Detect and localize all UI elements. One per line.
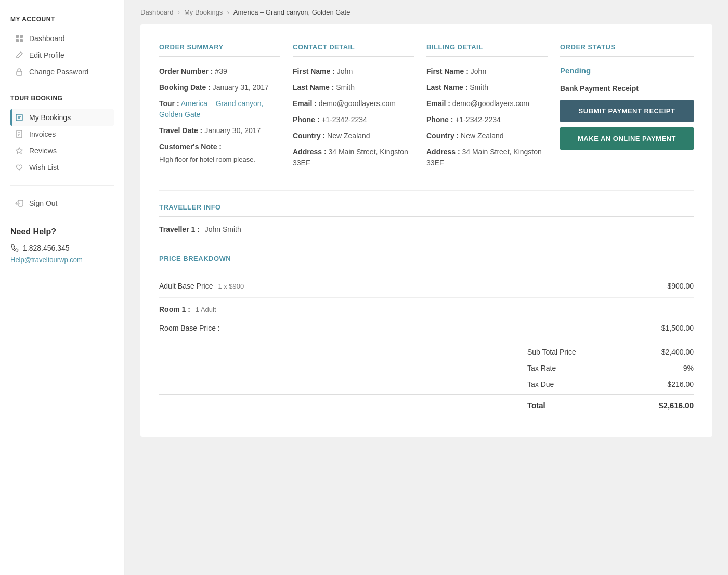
- billing-country-row: Country : New Zealand: [426, 130, 548, 141]
- contact-country-value: New Zealand: [327, 132, 370, 140]
- sidebar-item-label: Reviews: [29, 147, 57, 155]
- status-badge: Pending: [560, 66, 694, 75]
- travel-date-row: Travel Date : January 30, 2017: [159, 125, 280, 136]
- price-breakdown-heading: PRICE BREAKDOWN: [159, 255, 694, 268]
- customers-note-row: Customer's Note : High floor for hotel r…: [159, 141, 280, 165]
- billing-country-value: New Zealand: [461, 132, 504, 140]
- contact-phone-value: +1-2342-2234: [321, 115, 367, 124]
- traveller-info-heading: TRAVELLER INFO: [159, 203, 694, 217]
- sidebar-item-label: Change Password: [29, 68, 88, 76]
- sidebar-item-my-bookings[interactable]: My Bookings: [10, 109, 114, 126]
- top-sections-grid: ORDER SUMMARY Order Number : #39 Booking…: [159, 43, 694, 174]
- help-email[interactable]: Help@traveltourwp.com: [10, 256, 83, 264]
- breadcrumb-my-bookings[interactable]: My Bookings: [184, 8, 223, 16]
- sub-total-row: Sub Total Price $2,400.00: [159, 344, 694, 360]
- make-online-payment-button[interactable]: MAKE AN ONLINE PAYMENT: [560, 127, 694, 150]
- sub-total-label: Sub Total Price: [527, 348, 631, 356]
- contact-detail-heading: CONTACT DETAIL: [293, 43, 414, 57]
- room1-label: Room 1 :: [159, 305, 190, 313]
- billing-address-label: Address :: [426, 148, 460, 156]
- signout-icon: [15, 199, 24, 208]
- svg-rect-4: [17, 71, 22, 75]
- sidebar-item-invoices[interactable]: Invoices: [10, 126, 114, 142]
- bank-receipt-label: Bank Payment Receipt: [560, 84, 694, 93]
- svg-marker-12: [16, 148, 22, 154]
- order-number-label: Order Number :: [159, 67, 213, 75]
- contact-firstname-row: First Name : John: [293, 66, 414, 77]
- billing-email-value: demo@goodlayers.com: [452, 99, 529, 108]
- tour-booking-title: TOUR BOOKING: [10, 95, 114, 102]
- tax-rate-label: Tax Rate: [527, 364, 631, 372]
- room1-label-group: Room 1 : 1 Adult: [159, 305, 216, 313]
- order-status-heading: ORDER STATUS: [560, 43, 694, 57]
- sidebar-item-dashboard[interactable]: Dashboard: [10, 30, 114, 47]
- billing-country-label: Country :: [426, 132, 459, 140]
- booking-date-label: Booking Date :: [159, 83, 211, 92]
- adult-base-label: Adult Base Price: [159, 282, 213, 290]
- need-help-title: Need Help?: [10, 227, 114, 237]
- phone-number: 1.828.456.345: [10, 244, 114, 252]
- breadcrumb-sep1: ›: [178, 8, 180, 16]
- traveller-value: John Smith: [205, 225, 241, 233]
- traveller-row: Traveller 1 : John Smith: [159, 225, 694, 233]
- adult-base-price-row: Adult Base Price 1 x $900 $900.00: [159, 277, 694, 295]
- sidebar: MY ACCOUNT Dashboard Edit Profile Change…: [0, 0, 125, 575]
- contact-lastname-value: Smith: [336, 83, 355, 92]
- sidebar-item-label: Dashboard: [29, 34, 65, 43]
- need-help-section: Need Help? 1.828.456.345 Help@traveltour…: [10, 227, 114, 264]
- order-number-row: Order Number : #39: [159, 66, 280, 77]
- contact-lastname-label: Last Name :: [293, 83, 334, 92]
- customers-note-label: Customer's Note :: [159, 141, 280, 152]
- sidebar-item-reviews[interactable]: Reviews: [10, 142, 114, 159]
- sidebar-item-change-password[interactable]: Change Password: [10, 63, 114, 80]
- traveller-label: Traveller 1 :: [159, 225, 200, 233]
- adult-base-label-group: Adult Base Price 1 x $900: [159, 282, 244, 290]
- total-row: Total $2,616.00: [159, 394, 694, 416]
- sidebar-divider: [10, 185, 114, 186]
- billing-firstname-label: First Name :: [426, 67, 469, 75]
- svg-rect-13: [16, 203, 20, 204]
- billing-detail-col: BILLING DETAIL First Name : John Last Na…: [426, 43, 560, 174]
- breadcrumb-sep2: ›: [227, 8, 229, 16]
- price-divider: [159, 242, 694, 242]
- invoice-icon: [15, 129, 24, 139]
- summary-rows: Sub Total Price $2,400.00 Tax Rate 9% Ta…: [159, 344, 694, 392]
- contact-firstname-label: First Name :: [293, 67, 335, 75]
- star-icon: [15, 146, 24, 155]
- my-account-title: MY ACCOUNT: [10, 16, 114, 23]
- booking-date-value: January 31, 2017: [213, 83, 269, 92]
- heart-icon: [15, 163, 24, 172]
- tax-due-label: Tax Due: [527, 380, 631, 388]
- submit-payment-button[interactable]: SUBMIT PAYMENT RECEIPT: [560, 100, 694, 122]
- lock-icon: [15, 67, 24, 76]
- bookmark-icon: [15, 113, 24, 122]
- contact-phone-row: Phone : +1-2342-2234: [293, 114, 414, 125]
- sign-out-label: Sign Out: [29, 199, 57, 207]
- edit-icon: [15, 50, 24, 60]
- sidebar-item-sign-out[interactable]: Sign Out: [10, 195, 114, 212]
- sidebar-item-wish-list[interactable]: Wish List: [10, 159, 114, 176]
- svg-rect-0: [16, 35, 19, 38]
- tax-due-value: $216.00: [631, 380, 694, 388]
- sub-total-value: $2,400.00: [631, 348, 694, 356]
- grid-icon: [15, 34, 24, 43]
- total-label: Total: [527, 401, 631, 410]
- breadcrumb-dashboard[interactable]: Dashboard: [140, 8, 174, 16]
- billing-lastname-value: Smith: [470, 83, 488, 92]
- billing-lastname-label: Last Name :: [426, 83, 467, 92]
- sidebar-item-edit-profile[interactable]: Edit Profile: [10, 47, 114, 63]
- svg-rect-1: [20, 35, 23, 38]
- order-number-value: #39: [215, 67, 227, 75]
- sidebar-item-label: Invoices: [29, 130, 56, 138]
- adult-base-qty: 1 x $900: [218, 282, 244, 290]
- tax-rate-row: Tax Rate 9%: [159, 360, 694, 376]
- contact-phone-label: Phone :: [293, 115, 319, 124]
- total-value: $2,616.00: [631, 401, 694, 410]
- tax-rate-value: 9%: [631, 364, 694, 372]
- room-base-label: Room Base Price :: [159, 324, 220, 332]
- contact-detail-col: CONTACT DETAIL First Name : John Last Na…: [293, 43, 426, 174]
- contact-firstname-value: John: [337, 67, 353, 75]
- price-inner-divider: [159, 297, 694, 298]
- billing-email-label: Email :: [426, 99, 450, 108]
- booking-date-row: Booking Date : January 31, 2017: [159, 82, 280, 93]
